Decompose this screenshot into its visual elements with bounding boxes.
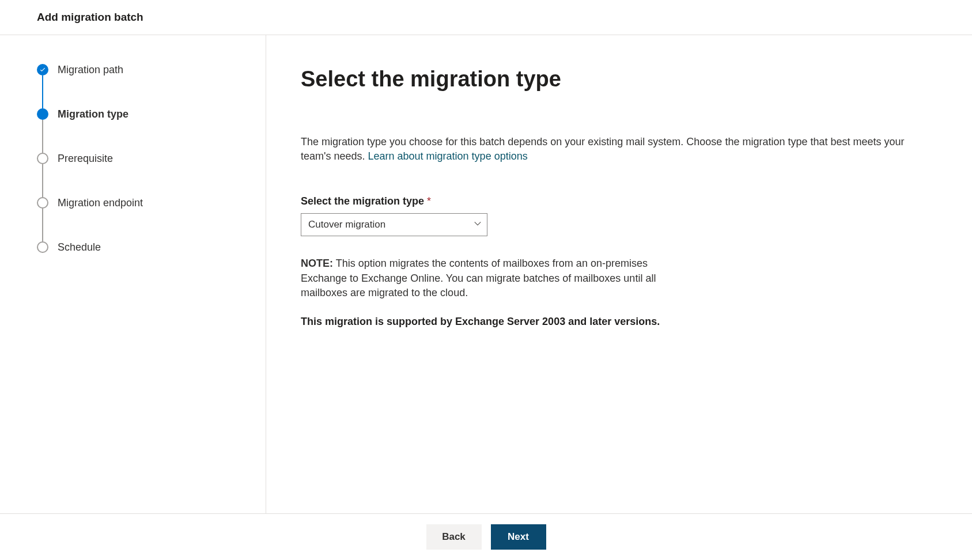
required-indicator: *	[427, 195, 431, 207]
step-migration-type[interactable]: Migration type	[36, 108, 266, 153]
select-display[interactable]: Cutover migration	[301, 213, 487, 236]
content-description: The migration type you choose for this b…	[301, 135, 920, 164]
upcoming-step-icon	[37, 153, 48, 164]
step-migration-path[interactable]: Migration path	[36, 64, 266, 108]
back-button[interactable]: Back	[426, 524, 482, 550]
upcoming-step-icon	[37, 241, 48, 253]
migration-type-select[interactable]: Cutover migration	[301, 213, 487, 236]
steps-list: Migration path Migration type Prerequisi…	[36, 64, 266, 253]
upcoming-step-icon	[37, 197, 48, 209]
field-label-text: Select the migration type	[301, 195, 424, 207]
support-text: This migration is supported by Exchange …	[301, 315, 920, 329]
current-step-icon	[37, 108, 48, 120]
wizard-footer: Back Next	[0, 513, 972, 560]
checkmark-icon	[37, 64, 48, 75]
body-container: Migration path Migration type Prerequisi…	[0, 35, 972, 513]
step-migration-endpoint[interactable]: Migration endpoint	[36, 197, 266, 241]
learn-more-link[interactable]: Learn about migration type options	[368, 150, 528, 162]
field-label: Select the migration type *	[301, 195, 920, 207]
step-label: Migration type	[58, 108, 128, 120]
step-label: Migration path	[58, 64, 123, 75]
step-prerequisite[interactable]: Prerequisite	[36, 153, 266, 197]
note-block: NOTE: This option migrates the contents …	[301, 256, 670, 300]
note-body: This option migrates the contents of mai…	[301, 258, 656, 298]
step-label: Schedule	[58, 241, 101, 253]
page-title: Add migration batch	[37, 11, 972, 24]
note-prefix: NOTE:	[301, 258, 333, 269]
step-label: Prerequisite	[58, 153, 113, 164]
select-value: Cutover migration	[308, 219, 385, 230]
step-connector	[42, 164, 43, 197]
step-connector	[42, 209, 43, 241]
migration-type-field: Select the migration type * Cutover migr…	[301, 195, 920, 236]
next-button[interactable]: Next	[491, 524, 546, 550]
main-content: Select the migration type The migration …	[266, 35, 972, 513]
step-label: Migration endpoint	[58, 197, 143, 209]
step-connector	[42, 75, 43, 108]
content-title: Select the migration type	[301, 67, 920, 92]
step-connector	[42, 120, 43, 153]
wizard-steps-sidebar: Migration path Migration type Prerequisi…	[0, 35, 266, 513]
step-schedule[interactable]: Schedule	[36, 241, 266, 253]
page-header: Add migration batch	[0, 0, 972, 35]
